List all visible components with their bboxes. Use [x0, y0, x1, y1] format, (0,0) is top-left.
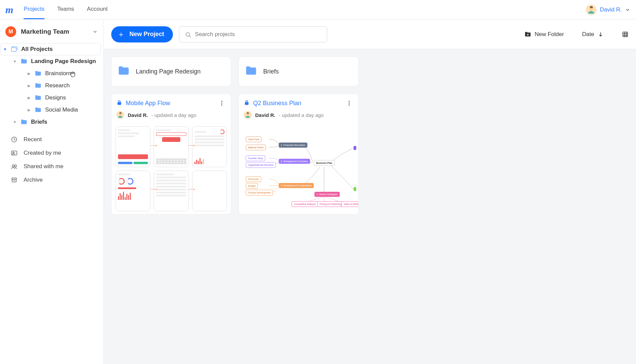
tree-brainstorm[interactable]: ▶ Brainstorm [1, 67, 101, 80]
content-area: ＋ New Project New Folder Date [104, 20, 636, 364]
lock-icon [116, 99, 122, 107]
project-menu-button[interactable] [345, 99, 354, 108]
tree-label: Research [45, 82, 70, 89]
tree-all-projects[interactable]: ▼ All Projects [1, 43, 101, 55]
nav-tab-projects[interactable]: Projects [24, 0, 44, 19]
tree-designs[interactable]: ▶ Designs [1, 92, 101, 104]
user-card-icon [10, 150, 18, 156]
folder-icon [118, 65, 130, 78]
project-title[interactable]: Q2 Business Plan [253, 100, 341, 107]
mm-node: Pricing & Positioning [317, 201, 343, 207]
mm-dot [354, 146, 356, 150]
filter-shared-with-me[interactable]: Shared with me [0, 160, 103, 173]
chevron-down-icon [93, 29, 97, 34]
folder-icon [245, 65, 257, 78]
content-toolbar: ＋ New Project New Folder Date [104, 20, 636, 49]
user-menu[interactable]: David R. [586, 4, 632, 15]
app-logo[interactable]: m [5, 4, 13, 16]
view-grid-button[interactable] [622, 31, 629, 38]
nav-tabs: Projects Teams Account [24, 0, 108, 19]
mm-node: 1. Financial Information [279, 143, 307, 148]
folder-icon [20, 58, 28, 65]
tree-label: Brainstorm [45, 70, 73, 77]
project-owner: David R. [128, 112, 148, 118]
tree-toggle-icon[interactable]: ▶ [27, 108, 31, 112]
mm-node: Budget [246, 183, 258, 189]
grid-icon [622, 31, 629, 38]
filter-archive[interactable]: Archive [0, 173, 103, 187]
team-name: Marketing Team [21, 28, 88, 35]
search-icon [185, 31, 191, 38]
owner-avatar-icon [116, 111, 124, 119]
nav-tab-teams[interactable]: Teams [57, 0, 74, 19]
project-thumbnail [112, 124, 231, 214]
folder-icon [34, 107, 42, 113]
folder-card[interactable]: Landing Page Redesign [111, 57, 231, 86]
folder-icon [34, 82, 42, 89]
folder-plus-icon [524, 31, 531, 38]
folder-icon [34, 70, 42, 77]
project-updated: - updated a day ago [151, 112, 196, 118]
tree-toggle-icon[interactable]: ▼ [13, 59, 17, 63]
filter-created-by-me[interactable]: Created by me [0, 146, 103, 160]
mm-node: Founder Story [246, 155, 265, 161]
new-folder-button[interactable]: New Folder [524, 31, 564, 38]
search-input[interactable] [195, 31, 322, 38]
archive-icon [10, 177, 18, 183]
tree-social-media[interactable]: ▶ Social Media [1, 104, 101, 116]
mm-node: 2. Management Summary [279, 159, 310, 164]
filter-recent[interactable]: Recent [0, 133, 103, 146]
team-switcher[interactable]: M Marketing Team [0, 20, 103, 41]
folder-title: Briefs [263, 68, 279, 75]
project-owner: David R. [255, 112, 275, 118]
project-updated: - updated a day ago [279, 112, 324, 118]
folder-icon [34, 94, 42, 101]
sort-button[interactable]: Date [582, 31, 604, 38]
tree-toggle-icon[interactable]: ▶ [27, 84, 31, 88]
tree-label: Landing Page Redesign [31, 58, 96, 65]
sidebar-filters: Recent Created by me Shared with me Arch… [0, 133, 103, 187]
user-avatar-icon [586, 4, 597, 15]
folder-icon [20, 119, 28, 125]
filter-label: Shared with me [24, 163, 63, 170]
tree-toggle-icon[interactable]: ▶ [27, 96, 31, 100]
clock-icon [10, 136, 18, 143]
user-name: David R. [600, 6, 622, 13]
mm-node: Organizational Structure [246, 162, 276, 168]
sidebar: M Marketing Team ▼ All Projects ▼ Landin… [0, 20, 104, 364]
filter-label: Archive [24, 177, 43, 183]
nav-tab-account[interactable]: Account [87, 0, 108, 19]
button-label: New Project [129, 31, 164, 38]
project-title[interactable]: Mobile App Flow [126, 100, 214, 107]
tree-label: Designs [45, 94, 66, 101]
mm-node: Competitive Analysis [292, 201, 318, 207]
tree-label: All Projects [21, 46, 53, 53]
tree-toggle-icon[interactable]: ▼ [3, 47, 7, 51]
team-badge: M [5, 26, 16, 37]
tree-briefs[interactable]: ▼ Briefs [1, 116, 101, 128]
tree-landing-page-redesign[interactable]: ▼ Landing Page Redesign [1, 55, 101, 67]
sort-label: Date [582, 31, 594, 38]
project-menu-button[interactable] [217, 99, 226, 108]
arrow-down-icon [598, 31, 604, 37]
project-thumbnail: Cash Flow Balance Sheet 1. Financial Inf… [239, 124, 358, 214]
project-card[interactable]: Q2 Business Plan David R. - updated a da… [239, 94, 359, 214]
folder-card[interactable]: Briefs [239, 57, 359, 86]
project-card[interactable]: Mobile App Flow David R. - updated a day… [111, 94, 231, 214]
tree-toggle-icon[interactable]: ▶ [27, 71, 31, 76]
tree-toggle-icon[interactable]: ▼ [13, 120, 17, 124]
lock-icon [244, 99, 250, 107]
folders-icon [10, 46, 18, 53]
filter-label: Recent [24, 136, 42, 143]
search-field[interactable] [179, 26, 327, 42]
tree-label: Briefs [31, 119, 47, 125]
mm-node: Personnel [246, 176, 261, 182]
folder-cards-row: Landing Page Redesign Briefs [111, 57, 629, 86]
chevron-down-icon [625, 7, 630, 12]
mm-dot [354, 187, 356, 191]
mm-node: Sales & Distribution [341, 201, 359, 207]
tree-research[interactable]: ▶ Research [1, 80, 101, 92]
filter-label: Created by me [24, 150, 61, 156]
new-project-button[interactable]: ＋ New Project [111, 26, 173, 42]
top-nav: m Projects Teams Account David R. [0, 0, 636, 20]
